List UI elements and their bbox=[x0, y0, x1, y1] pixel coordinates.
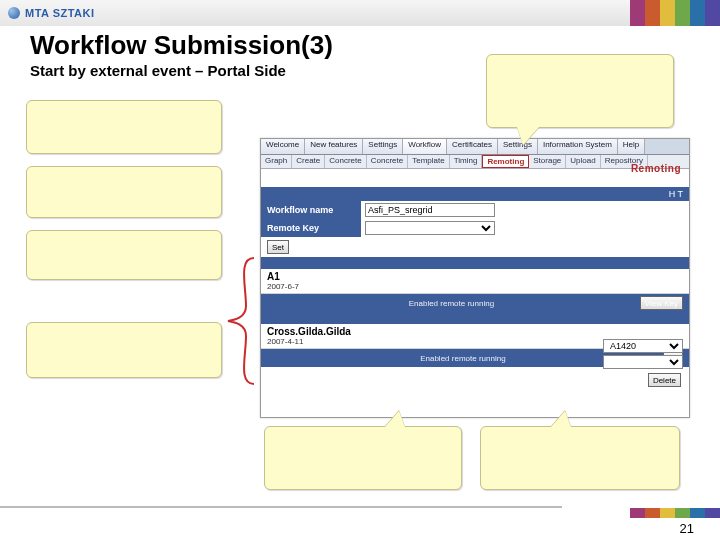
section-heading: Remoting bbox=[631, 163, 681, 174]
footer-rule bbox=[0, 506, 720, 508]
portal-screenshot: Welcome New features Settings Workflow C… bbox=[260, 138, 690, 418]
slide-title: Workflow Submission(3) bbox=[30, 30, 333, 61]
tab-settings-a[interactable]: Settings bbox=[363, 139, 403, 154]
remoting-entry-1: A1 2007-6-7 bbox=[261, 269, 689, 294]
callout-1 bbox=[26, 100, 222, 154]
color-stripe bbox=[630, 0, 720, 26]
brand-text: MTA SZTAKI bbox=[25, 7, 95, 19]
workflow-name-label: Workflow name bbox=[261, 201, 361, 219]
entry-1-viewkey-button[interactable]: View Key bbox=[640, 296, 683, 310]
callout-7 bbox=[480, 426, 680, 490]
callout-6 bbox=[264, 426, 462, 490]
entry-1-status-row: Enabled remote running View Key bbox=[261, 294, 689, 312]
subtab-concrete-a[interactable]: Concrete bbox=[325, 155, 366, 168]
brand-logo: MTA SZTAKI bbox=[0, 0, 160, 26]
entry-1-name: A1 bbox=[267, 271, 683, 282]
logo-sphere-icon bbox=[8, 7, 20, 19]
right-dropdown-2[interactable] bbox=[603, 355, 683, 369]
tab-certificates[interactable]: Certificates bbox=[447, 139, 498, 154]
right-dropdown-1[interactable]: A1420 bbox=[603, 339, 683, 353]
tab-help[interactable]: Help bbox=[618, 139, 645, 154]
subtab-remoting[interactable]: Remoting bbox=[482, 155, 529, 168]
entry-2-status: Enabled remote running bbox=[267, 354, 659, 363]
tab-new-features[interactable]: New features bbox=[305, 139, 363, 154]
slide-subtitle: Start by external event – Portal Side bbox=[30, 62, 286, 79]
portal-tabs: Welcome New features Settings Workflow C… bbox=[261, 139, 689, 155]
divider-bar-1 bbox=[261, 257, 689, 269]
set-button[interactable]: Set bbox=[267, 240, 289, 254]
delete-button[interactable]: Delete bbox=[648, 373, 681, 387]
callout-2 bbox=[26, 166, 222, 218]
remote-key-row: Remote Key bbox=[261, 219, 689, 237]
subtab-concrete-b[interactable]: Concrete bbox=[367, 155, 408, 168]
entry-1-date: 2007-6-7 bbox=[267, 282, 683, 291]
curly-brace-icon bbox=[224, 256, 264, 386]
subtab-graph[interactable]: Graph bbox=[261, 155, 292, 168]
workflow-name-row: Workflow name bbox=[261, 201, 689, 219]
tab-workflow[interactable]: Workflow bbox=[403, 139, 447, 154]
subtab-upload[interactable]: Upload bbox=[566, 155, 600, 168]
callout-5 bbox=[486, 54, 674, 128]
subtab-timing[interactable]: Timing bbox=[450, 155, 483, 168]
title-bar-right: H T bbox=[669, 189, 683, 199]
workflow-name-input[interactable] bbox=[365, 203, 495, 217]
portal-subtabs: Graph Create Concrete Concrete Template … bbox=[261, 155, 689, 169]
entry-2-name: Cross.Gilda.Gilda bbox=[267, 326, 683, 337]
page-number: 21 bbox=[680, 521, 694, 536]
callout-3 bbox=[26, 230, 222, 280]
subtab-create[interactable]: Create bbox=[292, 155, 325, 168]
tab-info-system[interactable]: Information System bbox=[538, 139, 618, 154]
remote-key-label: Remote Key bbox=[261, 219, 361, 237]
remote-key-select[interactable] bbox=[365, 221, 495, 235]
entry-1-status: Enabled remote running bbox=[267, 299, 636, 308]
subtab-template[interactable]: Template bbox=[408, 155, 449, 168]
footer-color-stripe bbox=[630, 508, 720, 518]
brand-banner: MTA SZTAKI bbox=[0, 0, 720, 26]
callout-4 bbox=[26, 322, 222, 378]
tab-welcome[interactable]: Welcome bbox=[261, 139, 305, 154]
banner-fill bbox=[160, 0, 630, 26]
title-bar: H T bbox=[261, 187, 689, 201]
subtab-storage[interactable]: Storage bbox=[529, 155, 566, 168]
divider-bar-2 bbox=[261, 312, 689, 324]
